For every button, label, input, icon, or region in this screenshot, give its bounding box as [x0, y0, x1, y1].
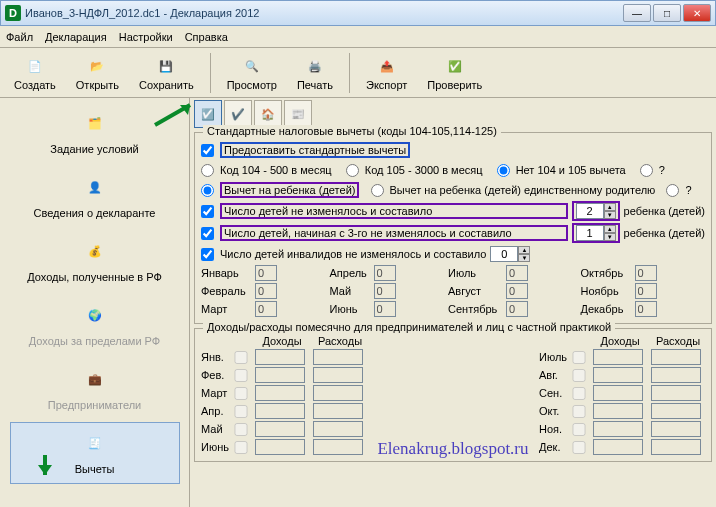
radio-code-105[interactable]: [346, 164, 359, 177]
close-button[interactable]: ✕: [683, 4, 711, 22]
mar-input[interactable]: [255, 301, 277, 317]
jan-exp[interactable]: [313, 349, 363, 365]
apr-inc[interactable]: [255, 403, 305, 419]
menu-help[interactable]: Справка: [185, 31, 228, 43]
radio-child-single[interactable]: [371, 184, 384, 197]
menu-settings[interactable]: Настройки: [119, 31, 173, 43]
cb-may[interactable]: [233, 423, 249, 436]
toolbar-open[interactable]: 📂Открыть: [68, 53, 127, 93]
children3-count-input[interactable]: [576, 225, 604, 241]
may-exp[interactable]: [313, 421, 363, 437]
cb-invalid-constant[interactable]: [201, 248, 214, 261]
radio-child[interactable]: [201, 184, 214, 197]
children-count-input[interactable]: [576, 203, 604, 219]
jun-inc[interactable]: [255, 439, 305, 455]
may-inc[interactable]: [255, 421, 305, 437]
sidebar-item-income-abroad[interactable]: 🌍Доходы за пределами РФ: [10, 294, 180, 356]
aug-exp[interactable]: [651, 367, 701, 383]
jul-inc[interactable]: [593, 349, 643, 365]
feb-input[interactable]: [255, 283, 277, 299]
dec-input[interactable]: [635, 301, 657, 317]
mar-exp[interactable]: [313, 385, 363, 401]
spinner-children[interactable]: ▲▼: [572, 201, 620, 221]
jun-input[interactable]: [374, 301, 396, 317]
cb-children3-constant[interactable]: [201, 227, 214, 240]
nov-input[interactable]: [635, 283, 657, 299]
sidebar-item-entrepreneurs[interactable]: 💼Предприниматели: [10, 358, 180, 420]
sep-inc[interactable]: [593, 385, 643, 401]
content-panel: ☑️ ✔️ 🏠 📰 Стандартные налоговые вычеты (…: [190, 98, 716, 507]
sidebar-item-income-rf[interactable]: 💰Доходы, полученные в РФ: [10, 230, 180, 292]
mar-inc[interactable]: [255, 385, 305, 401]
cb-children-constant[interactable]: [201, 205, 214, 218]
menu-declaration[interactable]: Декларация: [45, 31, 107, 43]
tab-social[interactable]: ✔️: [224, 100, 252, 128]
radio-code-q[interactable]: [640, 164, 653, 177]
may-input[interactable]: [374, 283, 396, 299]
cb-feb[interactable]: [233, 369, 249, 382]
toolbar-check[interactable]: ✅Проверить: [419, 53, 490, 93]
spinner-children3[interactable]: ▲▼: [572, 223, 620, 243]
cb-aug[interactable]: [571, 369, 587, 382]
nov-exp[interactable]: [651, 421, 701, 437]
children-suffix: ребенка (детей): [624, 205, 705, 217]
jul-exp[interactable]: [651, 349, 701, 365]
spin-up[interactable]: ▲: [518, 246, 530, 254]
sidebar-item-deductions[interactable]: 🧾Вычеты: [10, 422, 180, 484]
feb-exp[interactable]: [313, 367, 363, 383]
cb-apr[interactable]: [233, 405, 249, 418]
sep-input[interactable]: [506, 301, 528, 317]
tab-securities[interactable]: 📰: [284, 100, 312, 128]
jan-input[interactable]: [255, 265, 277, 281]
cb-jun[interactable]: [233, 441, 249, 454]
toolbar-export[interactable]: 📤Экспорт: [358, 53, 415, 93]
oct-input[interactable]: [635, 265, 657, 281]
spin-down[interactable]: ▼: [604, 211, 616, 219]
cb-jan[interactable]: [233, 351, 249, 364]
cb-mar[interactable]: [233, 387, 249, 400]
toolbar-save[interactable]: 💾Сохранить: [131, 53, 202, 93]
sidebar-item-conditions[interactable]: 🗂️Задание условий: [10, 102, 180, 164]
tab-standard[interactable]: ☑️: [194, 100, 222, 128]
radio-code-104[interactable]: [201, 164, 214, 177]
spin-up[interactable]: ▲: [604, 203, 616, 211]
toolbar-print[interactable]: 🖨️Печать: [289, 53, 341, 93]
invalid-count-input[interactable]: [490, 246, 518, 262]
sidebar: 🗂️Задание условий 👤Сведения о декларанте…: [0, 98, 190, 507]
feb-inc[interactable]: [255, 367, 305, 383]
cb-sep[interactable]: [571, 387, 587, 400]
cb-provide-standard[interactable]: [201, 144, 214, 157]
aug-inc[interactable]: [593, 367, 643, 383]
radio-child-q[interactable]: [666, 184, 679, 197]
spin-down[interactable]: ▼: [604, 233, 616, 241]
dec-exp[interactable]: [651, 439, 701, 455]
oct-inc[interactable]: [593, 403, 643, 419]
oct-exp[interactable]: [651, 403, 701, 419]
toolbar-view[interactable]: 🔍Просмотр: [219, 53, 285, 93]
spinner-invalid[interactable]: ▲▼: [490, 246, 530, 262]
cb-oct[interactable]: [571, 405, 587, 418]
tab-property[interactable]: 🏠: [254, 100, 282, 128]
jul-input[interactable]: [506, 265, 528, 281]
cb-nov[interactable]: [571, 423, 587, 436]
cb-dec[interactable]: [571, 441, 587, 454]
sidebar-item-declarant[interactable]: 👤Сведения о декларанте: [10, 166, 180, 228]
jun-exp[interactable]: [313, 439, 363, 455]
radio-105-label: Код 105 - 3000 в месяц: [365, 164, 483, 176]
sep-exp[interactable]: [651, 385, 701, 401]
apr-input[interactable]: [374, 265, 396, 281]
radio-code-none[interactable]: [497, 164, 510, 177]
spin-down[interactable]: ▼: [518, 254, 530, 262]
cb-jul[interactable]: [571, 351, 587, 364]
dec-inc[interactable]: [593, 439, 643, 455]
apr-exp[interactable]: [313, 403, 363, 419]
menu-file[interactable]: Файл: [6, 31, 33, 43]
spin-up[interactable]: ▲: [604, 225, 616, 233]
jan-inc[interactable]: [255, 349, 305, 365]
aug-input[interactable]: [506, 283, 528, 299]
toolbar-create[interactable]: 📄Создать: [6, 53, 64, 93]
minimize-button[interactable]: —: [623, 4, 651, 22]
nov-inc[interactable]: [593, 421, 643, 437]
maximize-button[interactable]: □: [653, 4, 681, 22]
sidebar-label: Предприниматели: [48, 399, 141, 411]
